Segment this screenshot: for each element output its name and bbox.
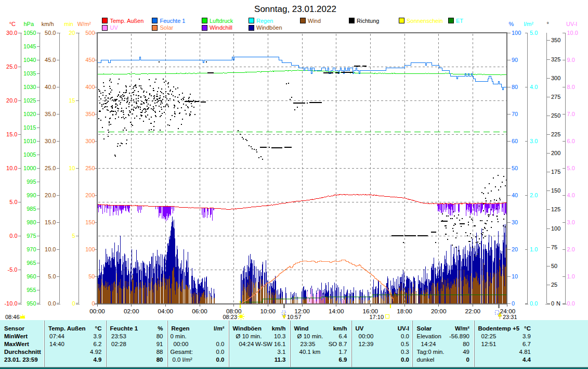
svg-text:4.0: 4.0 bbox=[567, 192, 575, 198]
svg-text:2.0: 2.0 bbox=[567, 246, 575, 252]
svg-text:10.3: 10.3 bbox=[274, 333, 285, 339]
svg-text:23:53: 23:53 bbox=[111, 333, 126, 339]
svg-text:W/m²: W/m² bbox=[77, 21, 92, 27]
svg-text:25.0: 25.0 bbox=[6, 63, 17, 70]
svg-text:0: 0 bbox=[72, 300, 75, 307]
svg-text:Elevation: Elevation bbox=[417, 333, 441, 339]
svg-text:Solar: Solar bbox=[160, 24, 174, 31]
svg-text:1025: 1025 bbox=[23, 97, 36, 104]
svg-text:04:00: 04:00 bbox=[158, 308, 174, 315]
svg-text:40.1 km: 40.1 km bbox=[299, 349, 321, 355]
svg-text:°C: °C bbox=[9, 21, 16, 27]
svg-text:25: 25 bbox=[551, 282, 557, 288]
svg-text:100: 100 bbox=[512, 30, 521, 36]
svg-text:25.0: 25.0 bbox=[45, 165, 56, 171]
svg-text:10.0: 10.0 bbox=[45, 246, 56, 252]
svg-text:08:46: 08:46 bbox=[5, 314, 20, 320]
svg-text:1030: 1030 bbox=[23, 84, 36, 90]
svg-text:1.0: 1.0 bbox=[530, 246, 538, 252]
svg-text:dunkel: dunkel bbox=[417, 357, 435, 363]
svg-text:Windböen: Windböen bbox=[233, 325, 262, 332]
svg-text:20: 20 bbox=[512, 246, 518, 252]
svg-text:MaxWert: MaxWert bbox=[4, 341, 29, 347]
svg-text:5.0: 5.0 bbox=[567, 165, 575, 171]
svg-text:3.9: 3.9 bbox=[94, 333, 102, 339]
svg-text:15.0: 15.0 bbox=[6, 131, 17, 137]
svg-text:5: 5 bbox=[72, 233, 75, 239]
svg-text:Temp. Außen: Temp. Außen bbox=[110, 18, 144, 24]
svg-text:W/m²: W/m² bbox=[455, 325, 469, 332]
svg-text:150: 150 bbox=[85, 219, 95, 225]
svg-text:50: 50 bbox=[512, 165, 518, 171]
svg-text:00:00: 00:00 bbox=[89, 308, 105, 315]
svg-text:1015: 1015 bbox=[23, 124, 36, 131]
svg-text:14:24: 14:24 bbox=[421, 341, 436, 347]
svg-text:40.0: 40.0 bbox=[45, 84, 56, 90]
svg-text:88: 88 bbox=[156, 349, 163, 355]
svg-text:4.81: 4.81 bbox=[519, 349, 531, 355]
svg-text:10:57: 10:57 bbox=[287, 314, 302, 320]
svg-text:980: 980 bbox=[27, 219, 36, 225]
svg-text:UV-I: UV-I bbox=[566, 21, 577, 27]
svg-text:Wind: Wind bbox=[308, 18, 321, 24]
svg-text:975: 975 bbox=[27, 233, 36, 239]
svg-text:UV-I: UV-I bbox=[398, 325, 409, 332]
svg-text:l/m²: l/m² bbox=[524, 21, 534, 27]
svg-text:0.0: 0.0 bbox=[216, 341, 225, 347]
svg-text:0.0: 0.0 bbox=[9, 233, 17, 239]
svg-text:-56.890: -56.890 bbox=[449, 333, 469, 339]
svg-text:07:44: 07:44 bbox=[49, 333, 64, 339]
svg-text:950: 950 bbox=[27, 300, 36, 307]
svg-text:500: 500 bbox=[85, 30, 95, 36]
svg-text:5.0: 5.0 bbox=[9, 199, 17, 205]
svg-text:9.0: 9.0 bbox=[567, 57, 575, 63]
svg-text:30: 30 bbox=[512, 219, 518, 225]
svg-text:Gesamt:: Gesamt: bbox=[171, 349, 193, 355]
svg-text:0.0: 0.0 bbox=[216, 357, 225, 363]
svg-text:0.0: 0.0 bbox=[567, 300, 575, 307]
svg-text:Sonntag, 23.01.2022: Sonntag, 23.01.2022 bbox=[254, 4, 336, 14]
svg-text:0: 0 bbox=[551, 300, 554, 307]
svg-text:1.0: 1.0 bbox=[567, 273, 575, 279]
svg-text:Durchschnitt: Durchschnitt bbox=[4, 349, 41, 355]
svg-text:-5.0: -5.0 bbox=[8, 266, 18, 273]
svg-text:23:31: 23:31 bbox=[503, 314, 517, 320]
svg-text:1005: 1005 bbox=[23, 151, 36, 158]
svg-text:5.0: 5.0 bbox=[48, 273, 56, 279]
svg-text:7.0: 7.0 bbox=[567, 111, 575, 117]
svg-text:20:00: 20:00 bbox=[431, 308, 447, 315]
svg-text:100: 100 bbox=[85, 246, 95, 252]
svg-text:04:24: 04:24 bbox=[239, 341, 254, 347]
svg-text:40: 40 bbox=[512, 192, 518, 198]
svg-text:N: N bbox=[556, 300, 560, 307]
svg-text:80: 80 bbox=[512, 84, 518, 90]
svg-text:1035: 1035 bbox=[23, 70, 36, 77]
svg-text:30.0: 30.0 bbox=[45, 138, 56, 144]
svg-text:17:10: 17:10 bbox=[369, 314, 384, 320]
svg-text:0.0: 0.0 bbox=[401, 333, 409, 339]
svg-text:8.0: 8.0 bbox=[567, 84, 575, 90]
svg-text:15.0: 15.0 bbox=[45, 219, 56, 225]
svg-text:0.3: 0.3 bbox=[401, 349, 409, 355]
svg-text:0: 0 bbox=[466, 357, 469, 363]
svg-text:965: 965 bbox=[27, 260, 36, 266]
svg-text:%: % bbox=[158, 325, 163, 332]
svg-text:6.2: 6.2 bbox=[94, 341, 102, 347]
svg-text:60: 60 bbox=[512, 138, 518, 144]
svg-text:5.0: 5.0 bbox=[530, 30, 538, 36]
svg-text:3.1: 3.1 bbox=[278, 349, 286, 355]
svg-text:l/m²: l/m² bbox=[214, 325, 225, 332]
svg-text:90: 90 bbox=[512, 57, 518, 63]
svg-text:0 min.: 0 min. bbox=[171, 333, 187, 339]
svg-text:Sonnenschein: Sonnenschein bbox=[407, 18, 443, 24]
svg-text:1.7: 1.7 bbox=[339, 349, 347, 355]
svg-text:Ø 10 min.: Ø 10 min. bbox=[236, 333, 262, 339]
svg-text:955: 955 bbox=[27, 287, 36, 293]
svg-text:11.3: 11.3 bbox=[275, 357, 286, 363]
svg-text:Luftdruck: Luftdruck bbox=[210, 18, 233, 24]
svg-text:125: 125 bbox=[551, 206, 560, 212]
svg-text:2.0: 2.0 bbox=[530, 192, 538, 198]
svg-text:1000: 1000 bbox=[23, 165, 36, 171]
svg-text:Ø 10 min.: Ø 10 min. bbox=[297, 333, 323, 339]
svg-text:275: 275 bbox=[551, 94, 560, 100]
